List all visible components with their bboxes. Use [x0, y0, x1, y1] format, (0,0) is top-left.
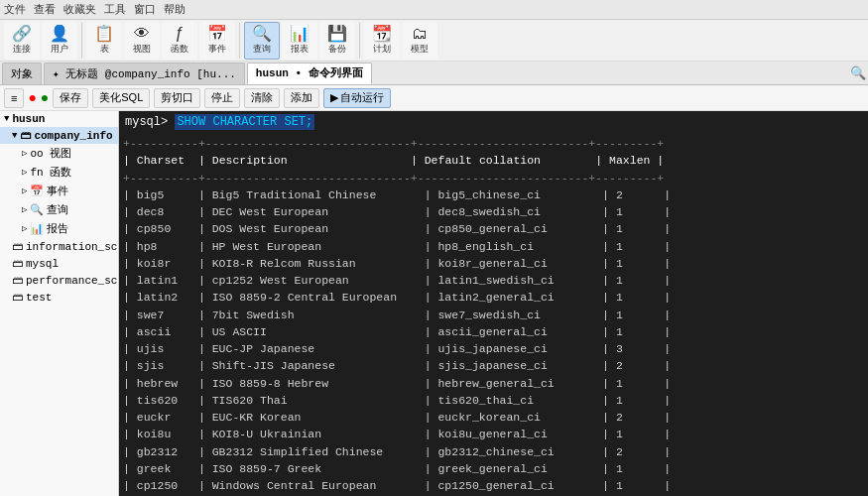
toolbar-separator-2 [239, 23, 240, 59]
backup-label: 备份 [328, 43, 346, 56]
sidebar-info-schema-icon: 🗃 [12, 240, 23, 253]
save-button[interactable]: 保存 [53, 88, 88, 108]
sidebar-item-company-info[interactable]: ▼ 🗃 company_info [0, 127, 118, 144]
report-icon: 📊 [290, 26, 310, 42]
report-button[interactable]: 📊 报表 [282, 22, 317, 60]
sidebar-husun-label: husun [12, 113, 45, 125]
action-bar: ≡ ● ● 保存 美化SQL 剪切口 停止 清除 添加 ▶ 自动运行 [0, 85, 868, 111]
sidebar: ▼ husun ▼ 🗃 company_info ▷ oo 视图 ▷ fn 函数… [0, 111, 119, 496]
expand-icon: ▼ [12, 131, 17, 141]
sidebar-item-perf-schema[interactable]: 🗃 performance_schema [0, 272, 118, 289]
cut-button[interactable]: 剪切口 [154, 88, 200, 108]
sidebar-item-husun[interactable]: ▼ husun [0, 111, 118, 127]
query-button[interactable]: 🔍 查询 [244, 22, 280, 60]
event-icon: 📅 [207, 26, 227, 42]
beautify-button[interactable]: 美化SQL [92, 88, 150, 108]
event-label: 事件 [208, 43, 226, 56]
company-info-icon: 🗃 [20, 129, 31, 142]
queries-expand-icon: ▷ [22, 204, 27, 215]
table-icon: 📋 [94, 26, 114, 42]
content-area: mysql> SHOW CHARACTER SET; +----------+-… [119, 111, 868, 496]
red-indicator: ● [28, 90, 36, 106]
model-button[interactable]: 🗂 模型 [402, 22, 437, 60]
sidebar-views-label: oo 视图 [30, 146, 71, 161]
menu-item-help[interactable]: 帮助 [164, 2, 186, 17]
backup-button[interactable]: 💾 备份 [319, 22, 355, 60]
query-text: SHOW CHARACTER SET; [175, 114, 314, 130]
connect-label: 连接 [13, 43, 31, 56]
sidebar-item-info-schema[interactable]: 🗃 information_schema [0, 238, 118, 255]
sidebar-perf-schema-icon: 🗃 [12, 274, 23, 287]
schedule-button[interactable]: 📆 计划 [364, 22, 400, 60]
menu-item-favorites[interactable]: 收藏夹 [63, 2, 96, 17]
sidebar-events-label: 事件 [47, 184, 68, 198]
tab-bar: 对象 ✦ 无标题 @company_info [hu... husun • 命令… [0, 62, 868, 85]
menu-icon: ≡ [11, 92, 17, 104]
events-expand-icon: ▷ [22, 186, 27, 196]
sidebar-mysql-label: mysql [26, 258, 59, 270]
query-label: 查询 [253, 43, 271, 56]
functions-expand-icon: ▷ [22, 167, 27, 178]
menu-item-view[interactable]: 查看 [34, 2, 56, 17]
connect-button[interactable]: 🔗 连接 [4, 22, 40, 60]
table-button[interactable]: 📋 表 [86, 22, 122, 60]
sidebar-test-label: test [26, 292, 52, 304]
function-label: 函数 [171, 43, 188, 56]
sidebar-events-icon: 📅 [30, 185, 44, 197]
sidebar-queries-label: 查询 [47, 202, 68, 217]
backup-icon: 💾 [327, 26, 347, 42]
tab-object[interactable]: 对象 [2, 62, 42, 84]
sidebar-reports-label: 报告 [47, 221, 68, 236]
user-icon: 👤 [50, 26, 69, 42]
tab-query[interactable]: ✦ 无标题 @company_info [hu... [44, 62, 245, 84]
sidebar-item-mysql[interactable]: 🗃 mysql [0, 255, 118, 272]
views-expand-icon: ▷ [22, 148, 27, 159]
user-label: 用户 [51, 43, 68, 56]
sidebar-item-queries[interactable]: ▷ 🔍 查询 [0, 200, 118, 219]
sidebar-reports-icon: 📊 [30, 222, 44, 235]
menu-item-window[interactable]: 窗口 [134, 2, 156, 17]
arrow-icon: ▼ [4, 114, 9, 124]
toolbar-separator-3 [359, 23, 360, 59]
autorun-button[interactable]: ▶ 自动运行 [323, 88, 391, 108]
result-table-container[interactable]: +----------+----------------------------… [119, 133, 868, 496]
autorun-icon: ▶ [330, 91, 338, 104]
function-icon: ƒ [176, 26, 185, 42]
sidebar-info-schema-label: information_schema [26, 241, 119, 253]
sidebar-item-functions[interactable]: ▷ fn 函数 [0, 163, 118, 182]
event-button[interactable]: 📅 事件 [199, 22, 235, 60]
title-text: 文件 [4, 2, 26, 17]
sidebar-item-views[interactable]: ▷ oo 视图 [0, 144, 118, 163]
connect-icon: 🔗 [12, 26, 32, 42]
green-indicator: ● [41, 90, 49, 106]
result-table: +----------+----------------------------… [123, 135, 864, 496]
schedule-label: 计划 [373, 43, 391, 56]
sidebar-functions-label: fn 函数 [30, 165, 71, 180]
sidebar-company-label: company_info [34, 130, 112, 142]
reports-expand-icon: ▷ [22, 223, 27, 234]
menu-toggle-button[interactable]: ≡ [4, 88, 24, 108]
clear-button[interactable]: 清除 [244, 88, 280, 108]
sidebar-mysql-icon: 🗃 [12, 257, 23, 270]
view-label: 视图 [133, 43, 151, 56]
toolbar: 🔗 连接 👤 用户 📋 表 👁 视图 ƒ 函数 📅 事件 🔍 查询 📊 报表 💾… [0, 20, 868, 62]
schedule-icon: 📆 [372, 26, 392, 42]
menu-item-tools[interactable]: 工具 [104, 2, 126, 17]
sidebar-item-reports[interactable]: ▷ 📊 报告 [0, 219, 118, 238]
add-button[interactable]: 添加 [284, 88, 319, 108]
stop-button[interactable]: 停止 [204, 88, 240, 108]
query-icon: 🔍 [252, 26, 272, 42]
query-prompt: mysql> SHOW CHARACTER SET; [119, 111, 868, 133]
view-button[interactable]: 👁 视图 [124, 22, 160, 60]
sidebar-item-test[interactable]: 🗃 test [0, 289, 118, 306]
toolbar-separator-1 [81, 23, 82, 59]
sidebar-item-events[interactable]: ▷ 📅 事件 [0, 182, 118, 200]
tab-command[interactable]: husun • 命令列界面 [247, 62, 372, 84]
sidebar-perf-schema-label: performance_schema [26, 275, 119, 287]
user-button[interactable]: 👤 用户 [42, 22, 77, 60]
sidebar-queries-icon: 🔍 [30, 203, 44, 216]
view-icon: 👁 [134, 26, 150, 42]
title-bar: 文件 查看 收藏夹 工具 窗口 帮助 [0, 0, 868, 20]
search-icon: 🔍 [850, 65, 866, 81]
function-button[interactable]: ƒ 函数 [162, 22, 197, 60]
